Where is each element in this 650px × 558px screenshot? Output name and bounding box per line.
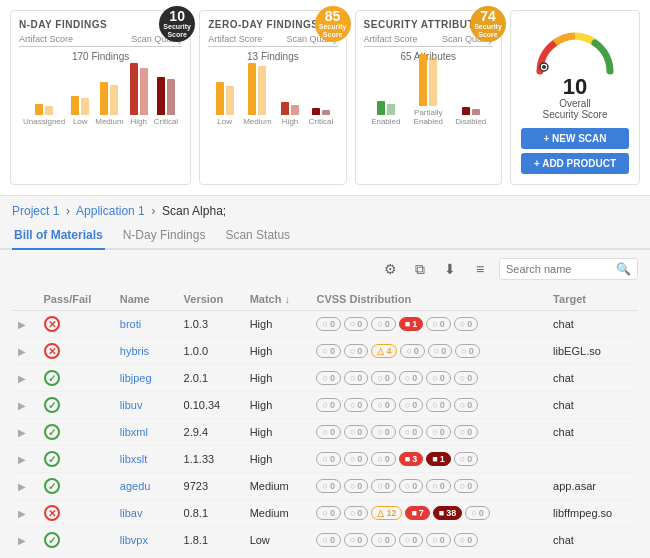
table-row: ▶✕hybris1.0.0High○ 0○ 0△ 4○ 0○ 0○ 0libEG…: [12, 338, 638, 365]
filter-icon[interactable]: ≡: [469, 258, 491, 280]
fail-icon: ✕: [44, 343, 60, 359]
bar-label: High: [130, 117, 146, 126]
row-name[interactable]: libav: [114, 500, 178, 527]
gauge-panel: 10 OverallSecurity Score + NEW SCAN + AD…: [510, 10, 640, 185]
expand-button[interactable]: ▶: [18, 373, 26, 384]
svg-point-1: [542, 65, 546, 69]
row-name[interactable]: hybris: [114, 338, 178, 365]
pass-icon: ✓: [44, 397, 60, 413]
bar-pair: [248, 63, 266, 115]
fail-icon: ✕: [44, 316, 60, 332]
cvss-badge-1: ○ 0: [344, 479, 368, 493]
bar-group: Partially Enabled: [410, 54, 446, 126]
col-match[interactable]: Match ↓: [244, 288, 311, 311]
cvss-group: ○ 0○ 0○ 0○ 0○ 0○ 0: [316, 398, 541, 412]
row-name[interactable]: libjpeg: [114, 365, 178, 392]
cvss-badge-3: ■ 3: [399, 452, 423, 466]
artifact-bar: [157, 77, 165, 115]
expand-button[interactable]: ▶: [18, 427, 26, 438]
row-name[interactable]: libxslt: [114, 446, 178, 473]
cvss-badge-2: ○ 0: [371, 425, 395, 439]
cvss-badge-4: ○ 0: [426, 317, 450, 331]
row-version: 2.9.4: [178, 419, 244, 446]
table-row: ▶✕broti1.0.3High○ 0○ 0○ 0■ 1○ 0○ 0chat: [12, 311, 638, 338]
zeroday-chart: LowMediumHighCritical: [208, 66, 337, 126]
row-cvss: ○ 0○ 0○ 0■ 1○ 0○ 0: [310, 311, 547, 338]
bar-pair: [157, 77, 175, 115]
expand-button[interactable]: ▶: [18, 535, 26, 546]
scan-bar: [140, 68, 148, 115]
bar-group: Disabled: [453, 107, 489, 126]
tab-bill-of-materials[interactable]: Bill of Materials: [12, 222, 105, 250]
cvss-group: ○ 0○ 0○ 0○ 0○ 0○ 0: [316, 533, 541, 547]
tab-nday-findings[interactable]: N-Day Findings: [121, 222, 208, 250]
row-version: 1.1.0: [178, 554, 244, 559]
row-name[interactable]: broti: [114, 311, 178, 338]
nday-score-badge: 10 Security Score: [159, 6, 195, 42]
cvss-group: ○ 0○ 0△ 4○ 0○ 0○ 0: [316, 344, 541, 358]
cvss-badge-4: ○ 0: [426, 533, 450, 547]
row-cvss: ○ 0○ 0○ 0○ 0○ 0○ 0: [310, 419, 547, 446]
row-match: Low: [244, 554, 311, 559]
expand-button[interactable]: ▶: [18, 400, 26, 411]
security-attrs-score-lbl: Security Score: [470, 23, 506, 38]
scan-bar: [291, 105, 299, 115]
bar-label: Medium: [95, 117, 123, 126]
row-version: 1.0.3: [178, 311, 244, 338]
col-expand: [12, 288, 38, 311]
expand-button[interactable]: ▶: [18, 319, 26, 330]
row-name[interactable]: libvpx: [114, 527, 178, 554]
download-icon[interactable]: ⬇: [439, 258, 461, 280]
bar-label: Partially Enabled: [410, 108, 446, 126]
cvss-badge-3: ○ 0: [399, 371, 423, 385]
new-scan-button[interactable]: + NEW SCAN: [521, 128, 629, 149]
cvss-group: ○ 0○ 0○ 0○ 0○ 0○ 0: [316, 479, 541, 493]
expand-button[interactable]: ▶: [18, 454, 26, 465]
cvss-badge-1: ○ 0: [344, 506, 368, 520]
add-product-button[interactable]: + ADD PRODUCT: [521, 153, 629, 174]
artifact-bar: [462, 107, 470, 115]
breadcrumb-application[interactable]: Application 1: [76, 204, 145, 218]
bar-pair: [35, 104, 53, 115]
breadcrumb-project[interactable]: Project 1: [12, 204, 59, 218]
row-name[interactable]: libxml: [114, 419, 178, 446]
row-version: 2.0.1: [178, 365, 244, 392]
cvss-badge-0: ○ 0: [316, 344, 340, 358]
row-name[interactable]: openssl: [114, 554, 178, 559]
artifact-bar: [130, 63, 138, 115]
nday-count: 170 Findings: [19, 51, 182, 62]
row-name[interactable]: libuv: [114, 392, 178, 419]
cvss-badge-3: ○ 0: [399, 425, 423, 439]
bar-group: Critical: [309, 108, 334, 126]
zeroday-count: 13 Findings: [208, 51, 337, 62]
expand-button[interactable]: ▶: [18, 346, 26, 357]
search-input[interactable]: [506, 263, 616, 275]
table-row: ▶✓libuv0.10.34High○ 0○ 0○ 0○ 0○ 0○ 0chat: [12, 392, 638, 419]
cvss-badge-2: △ 12: [371, 506, 402, 520]
security-attrs-panel: SECURITY ATTRIBUTES 74 Security Score Ar…: [355, 10, 502, 185]
cvss-badge-1: ○ 0: [344, 452, 368, 466]
copy-icon[interactable]: ⧉: [409, 258, 431, 280]
cvss-badge-4: ○ 0: [426, 425, 450, 439]
row-name[interactable]: agedu: [114, 473, 178, 500]
nday-score-lbl: Security Score: [159, 23, 195, 38]
pass-icon: ✓: [44, 370, 60, 386]
col-target: Target: [547, 288, 638, 311]
row-cvss: ○ 0○ 0○ 0■ 3■ 1○ 0: [310, 446, 547, 473]
table-row: ▶✕libav0.8.1Medium○ 0○ 0△ 12■ 7■ 38○ 0li…: [12, 500, 638, 527]
bar-group: Critical: [154, 77, 178, 126]
search-icon: 🔍: [616, 262, 631, 276]
expand-button[interactable]: ▶: [18, 481, 26, 492]
row-version: 1.8.1: [178, 527, 244, 554]
bar-pair: [462, 107, 480, 115]
nday-score-num: 10: [169, 9, 185, 23]
tab-scan-status[interactable]: Scan Status: [223, 222, 292, 250]
row-target: chat: [547, 365, 638, 392]
expand-button[interactable]: ▶: [18, 508, 26, 519]
cvss-badge-4: ○ 0: [428, 344, 452, 358]
bar-group: High: [278, 102, 303, 126]
nday-title: N-DAY FINDINGS: [19, 19, 182, 30]
cvss-badge-5: ○ 0: [454, 398, 478, 412]
pass-icon: ✓: [44, 478, 60, 494]
settings-icon[interactable]: ⚙: [379, 258, 401, 280]
